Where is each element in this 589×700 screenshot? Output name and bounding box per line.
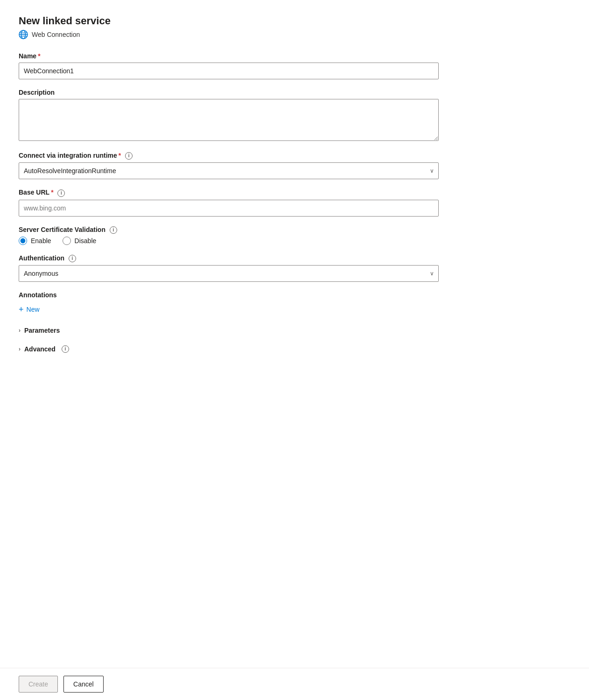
add-annotation-button[interactable]: + New: [19, 303, 40, 315]
integration-runtime-select-wrapper: AutoResolveIntegrationRuntime ∨: [19, 162, 439, 179]
panel-title: New linked service: [19, 15, 439, 27]
enable-radio-option[interactable]: Enable: [19, 237, 51, 245]
integration-runtime-required: *: [119, 152, 121, 159]
parameters-section: › Parameters: [19, 325, 439, 336]
parameters-header[interactable]: › Parameters: [19, 325, 60, 336]
panel: New linked service Web Connection Name* …: [0, 0, 457, 668]
description-input[interactable]: [19, 99, 439, 141]
base-url-group: Base URL* i: [19, 189, 439, 216]
advanced-section: › Advanced i: [19, 343, 439, 355]
description-group: Description: [19, 89, 439, 142]
enable-radio-label: Enable: [31, 237, 51, 245]
authentication-select[interactable]: Anonymous Basic Windows Client Certifica…: [19, 265, 439, 282]
base-url-required: *: [51, 189, 53, 196]
name-required: *: [38, 52, 40, 60]
add-annotation-label: New: [27, 306, 40, 313]
parameters-chevron-icon: ›: [19, 327, 21, 334]
authentication-select-wrapper: Anonymous Basic Windows Client Certifica…: [19, 265, 439, 282]
advanced-info-icon: i: [62, 345, 69, 353]
server-cert-label: Server Certificate Validation i: [19, 226, 439, 234]
advanced-header[interactable]: › Advanced i: [19, 343, 69, 355]
base-url-input[interactable]: [19, 200, 439, 217]
footer: Create Cancel: [0, 668, 589, 700]
authentication-group: Authentication i Anonymous Basic Windows…: [19, 254, 439, 282]
server-cert-group: Server Certificate Validation i Enable D…: [19, 226, 439, 245]
integration-runtime-group: Connect via integration runtime* i AutoR…: [19, 152, 439, 179]
description-label: Description: [19, 89, 439, 96]
integration-runtime-info-icon: i: [125, 152, 133, 160]
panel-subtitle: Web Connection: [19, 30, 439, 39]
parameters-label: Parameters: [24, 327, 60, 334]
base-url-info-icon: i: [57, 189, 65, 197]
annotations-title: Annotations: [19, 291, 439, 299]
integration-runtime-label: Connect via integration runtime* i: [19, 152, 133, 160]
advanced-label: Advanced: [24, 345, 56, 353]
advanced-chevron-icon: ›: [19, 346, 21, 352]
annotations-section: Annotations + New: [19, 291, 439, 315]
base-url-label: Base URL* i: [19, 189, 439, 196]
authentication-label: Authentication i: [19, 254, 439, 262]
name-group: Name*: [19, 52, 439, 79]
disable-radio-option[interactable]: Disable: [63, 237, 97, 245]
server-cert-radio-group: Enable Disable: [19, 237, 439, 245]
server-cert-info-icon: i: [110, 226, 117, 234]
cancel-button[interactable]: Cancel: [63, 676, 104, 693]
create-button[interactable]: Create: [19, 676, 58, 693]
plus-icon: +: [19, 305, 24, 314]
enable-radio-input[interactable]: [19, 237, 27, 245]
integration-runtime-label-row: Connect via integration runtime* i: [19, 152, 439, 162]
authentication-info-icon: i: [69, 255, 76, 262]
name-input[interactable]: [19, 63, 439, 79]
panel-subtitle-text: Web Connection: [32, 31, 80, 38]
integration-runtime-select[interactable]: AutoResolveIntegrationRuntime: [19, 162, 439, 179]
globe-icon: [19, 30, 28, 39]
disable-radio-label: Disable: [75, 237, 97, 245]
name-label: Name*: [19, 52, 439, 60]
disable-radio-input[interactable]: [63, 237, 71, 245]
